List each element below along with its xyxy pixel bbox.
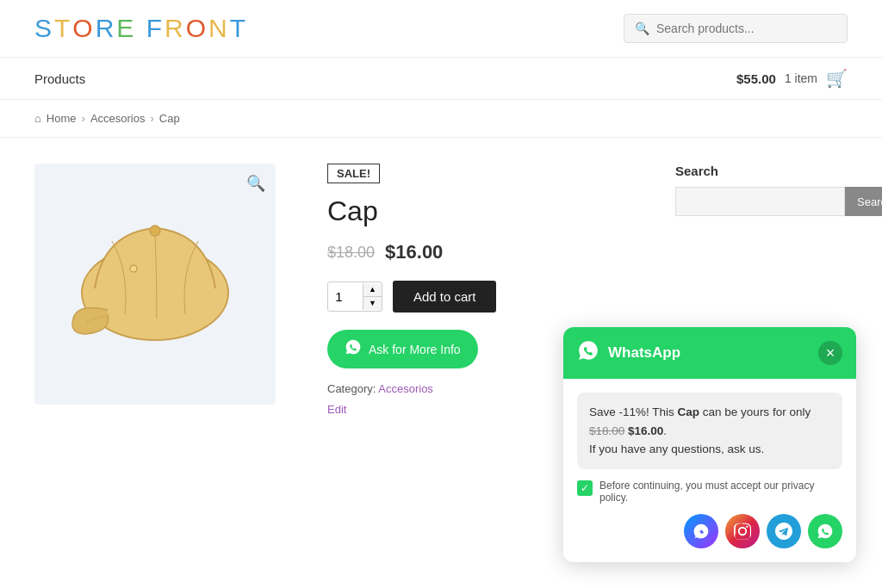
breadcrumb-sep2: › <box>150 112 153 125</box>
product-title: Cap <box>327 195 624 227</box>
header: STORE FRONT 🔍 <box>0 0 882 58</box>
wp-msg-line1: Save -11%! This Cap can be yours for onl… <box>589 405 811 442</box>
product-image-area: 🔍 <box>34 164 276 405</box>
whatsapp-popup-body: Save -11%! This Cap can be yours for onl… <box>563 379 856 442</box>
whatsapp-header-icon <box>577 339 599 367</box>
whatsapp-close-button[interactable]: × <box>818 341 842 365</box>
whatsapp-circle-icon <box>345 338 362 360</box>
old-price: $18.00 <box>327 244 375 262</box>
sidebar-search-button[interactable]: Search <box>845 187 882 216</box>
breadcrumb: ⌂ Home › Accesorios › Cap <box>0 100 882 138</box>
quantity-input[interactable]: 1 ▲ ▼ <box>327 282 382 312</box>
svg-point-2 <box>130 265 137 272</box>
breadcrumb-home[interactable]: Home <box>47 112 77 125</box>
sidebar-search-row: Search <box>675 187 848 216</box>
whatsapp-popup: WhatsApp × Save -11%! This Cap can be yo… <box>563 327 856 442</box>
new-price: $16.00 <box>385 241 443 263</box>
whatsapp-popup-header: WhatsApp × <box>563 327 856 379</box>
zoom-icon[interactable]: 🔍 <box>246 174 265 193</box>
svg-point-1 <box>150 226 160 236</box>
qty-cart-row: 1 ▲ ▼ Add to cart <box>327 281 624 313</box>
header-search-bar[interactable]: 🔍 <box>624 14 848 43</box>
qty-up-button[interactable]: ▲ <box>363 283 382 297</box>
nav-products-link[interactable]: Products <box>34 71 85 86</box>
sidebar-search-title: Search <box>675 164 848 178</box>
add-to-cart-button[interactable]: Add to cart <box>393 281 497 313</box>
cart-icon[interactable]: 🛒 <box>826 68 848 89</box>
quantity-spinners: ▲ ▼ <box>363 283 382 310</box>
whatsapp-header-left: WhatsApp <box>577 339 680 367</box>
cart-count: 1 item <box>785 71 817 85</box>
edit-link[interactable]: Edit <box>327 403 346 416</box>
whatsapp-title: WhatsApp <box>608 344 680 362</box>
home-icon: ⌂ <box>34 112 41 125</box>
ask-more-info-button[interactable]: Ask for More Info <box>327 330 478 368</box>
navbar: Products $55.00 1 item 🛒 <box>0 58 882 100</box>
cart-area: $55.00 1 item 🛒 <box>736 68 848 89</box>
breadcrumb-category[interactable]: Accesorios <box>90 112 146 125</box>
product-image <box>60 198 250 370</box>
qty-down-button[interactable]: ▼ <box>363 297 382 310</box>
sale-badge: SALE! <box>327 164 380 183</box>
search-input[interactable] <box>656 22 836 35</box>
logo: STORE FRONT <box>34 14 248 43</box>
price-area: $18.00 $16.00 <box>327 241 624 263</box>
whatsapp-message: Save -11%! This Cap can be yours for onl… <box>577 393 842 442</box>
ask-more-info-label: Ask for More Info <box>369 343 461 356</box>
sidebar-search-input[interactable] <box>675 187 845 216</box>
category-link[interactable]: Accesorios <box>378 382 433 395</box>
cart-price: $55.00 <box>736 71 776 86</box>
breadcrumb-sep1: › <box>82 112 85 125</box>
quantity-field[interactable]: 1 <box>328 282 363 311</box>
breadcrumb-current: Cap <box>159 112 180 125</box>
search-icon: 🔍 <box>635 22 649 35</box>
